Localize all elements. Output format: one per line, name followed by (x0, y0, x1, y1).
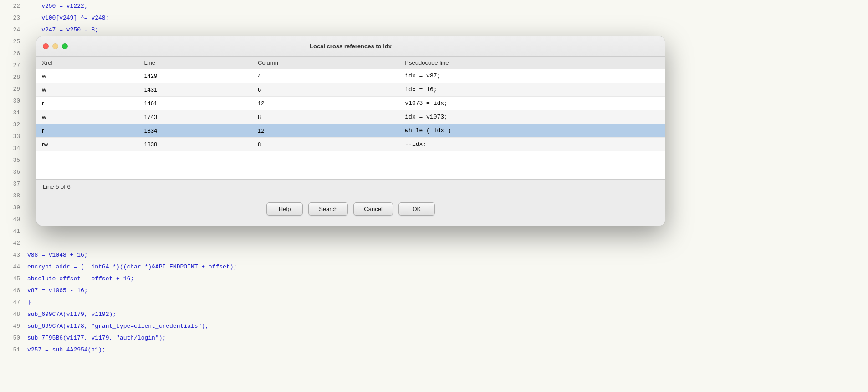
code-line-49: 49 sub_699C7A(v1178, "grant_type=client_… (0, 320, 868, 332)
cell-pseudocode: idx = v87; (399, 69, 665, 83)
code-line-24: 24 v247 = v250 - 8; (0, 24, 868, 36)
col-header-xref: Xref (36, 57, 138, 69)
table-row[interactable]: w14316idx = 16; (36, 83, 665, 97)
cell-column: 12 (252, 97, 399, 110)
col-header-column: Column (252, 57, 399, 69)
code-line-45: 45 absolute_offset = offset + 16; (0, 273, 868, 284)
xref-dialog: Local cross references to idx Xref Line … (36, 36, 665, 226)
cell-xref: w (36, 83, 138, 97)
code-line-50: 50 sub_7F95B6(v1177, v1179, "auth/login"… (0, 332, 868, 344)
cell-pseudocode: idx = v1073; (399, 110, 665, 124)
code-line-46: 46 v87 = v1065 - 16; (0, 284, 868, 296)
xref-table-area: Xref Line Column Pseudocode line w14294i… (36, 57, 665, 179)
table-row[interactable]: r183412while ( idx ) (36, 124, 665, 138)
dialog-title-bar: Local cross references to idx (36, 36, 665, 57)
maximize-button[interactable] (62, 43, 68, 49)
table-row[interactable]: rw18388--idx; (36, 138, 665, 151)
cell-column: 6 (252, 83, 399, 97)
cell-pseudocode: idx = 16; (399, 83, 665, 97)
status-bar: Line 5 of 6 (36, 179, 665, 194)
cell-line: 1461 (138, 97, 252, 110)
col-header-line: Line (138, 57, 252, 69)
cancel-button[interactable]: Cancel (353, 202, 393, 216)
cell-xref: r (36, 97, 138, 110)
button-bar: Help Search Cancel OK (36, 194, 665, 226)
code-line-41: 41 (0, 225, 868, 237)
cell-column: 12 (252, 124, 399, 138)
ok-button[interactable]: OK (398, 202, 435, 216)
search-button[interactable]: Search (308, 202, 348, 216)
cell-line: 1431 (138, 83, 252, 97)
help-button[interactable]: Help (266, 202, 303, 216)
code-line-42: 42 (0, 237, 868, 249)
table-header-row: Xref Line Column Pseudocode line (36, 57, 665, 69)
cell-xref: r (36, 124, 138, 138)
close-button[interactable] (43, 43, 49, 49)
status-text: Line 5 of 6 (43, 183, 71, 190)
cell-column: 4 (252, 69, 399, 83)
cell-line: 1743 (138, 110, 252, 124)
cell-pseudocode: --idx; (399, 138, 665, 151)
cell-xref: rw (36, 138, 138, 151)
cell-xref: w (36, 69, 138, 83)
table-row[interactable]: w17438idx = v1073; (36, 110, 665, 124)
cell-pseudocode: v1073 = idx; (399, 97, 665, 110)
dialog-title: Local cross references to idx (310, 43, 392, 50)
cell-line: 1429 (138, 69, 252, 83)
minimize-button[interactable] (52, 43, 58, 49)
table-empty-space (36, 151, 665, 179)
cell-line: 1834 (138, 124, 252, 138)
table-row[interactable]: r146112v1073 = idx; (36, 97, 665, 110)
table-row[interactable]: w14294idx = v87; (36, 69, 665, 83)
code-line-44: 44 encrypt_addr = (__int64 *)((char *)&A… (0, 261, 868, 273)
cell-column: 8 (252, 110, 399, 124)
traffic-lights (43, 43, 68, 49)
cell-column: 8 (252, 138, 399, 151)
cell-line: 1838 (138, 138, 252, 151)
code-line-43: 43 v88 = v1048 + 16; (0, 249, 868, 261)
code-line-22: 22 v250 = v1222; (0, 0, 868, 12)
col-header-pseudocode: Pseudocode line (399, 57, 665, 69)
code-line-23: 23 v100[v249] ^= v248; (0, 12, 868, 24)
cell-pseudocode: while ( idx ) (399, 124, 665, 138)
xref-table: Xref Line Column Pseudocode line w14294i… (36, 57, 665, 151)
code-line-48: 48 sub_699C7A(v1179, v1192); (0, 308, 868, 320)
code-line-51: 51 v257 = sub_4A2954(a1); (0, 344, 868, 356)
cell-xref: w (36, 110, 138, 124)
code-line-47: 47 } (0, 296, 868, 308)
